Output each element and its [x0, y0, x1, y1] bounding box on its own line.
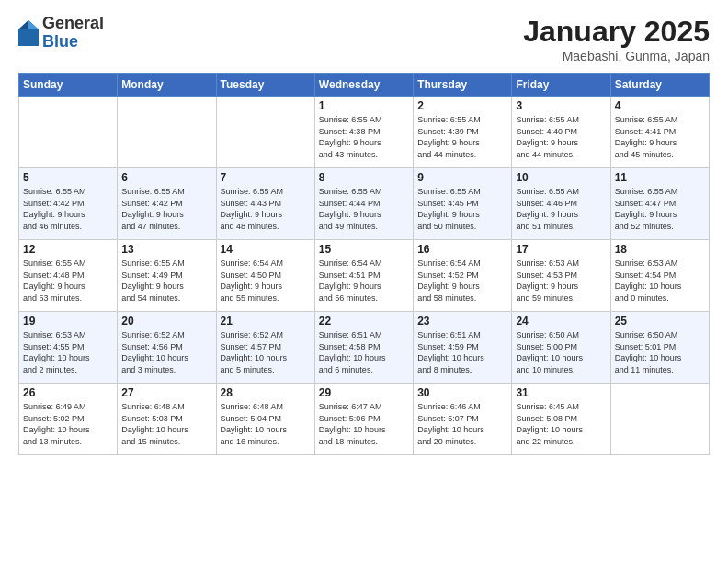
table-row: 18Sunrise: 6:53 AM Sunset: 4:54 PM Dayli… — [610, 240, 709, 312]
table-row — [19, 97, 118, 168]
table-row — [118, 97, 216, 168]
logo-text: General Blue — [42, 15, 104, 52]
day-info: Sunrise: 6:55 AM Sunset: 4:42 PM Dayligh… — [121, 186, 211, 232]
table-row: 26Sunrise: 6:49 AM Sunset: 5:02 PM Dayli… — [19, 384, 118, 455]
col-tuesday: Tuesday — [216, 74, 314, 97]
logo-icon — [18, 20, 39, 46]
table-row: 8Sunrise: 6:55 AM Sunset: 4:44 PM Daylig… — [314, 168, 413, 240]
day-info: Sunrise: 6:55 AM Sunset: 4:47 PM Dayligh… — [615, 186, 705, 232]
col-friday: Friday — [512, 74, 610, 97]
day-number: 12 — [23, 243, 113, 256]
title-block: January 2025 Maebashi, Gunma, Japan — [523, 15, 710, 63]
table-row: 1Sunrise: 6:55 AM Sunset: 4:38 PM Daylig… — [314, 97, 413, 168]
day-number: 22 — [319, 315, 409, 327]
day-number: 24 — [516, 315, 606, 327]
day-number: 19 — [23, 315, 113, 327]
day-number: 13 — [121, 243, 211, 256]
svg-marker-2 — [18, 20, 28, 29]
day-number: 26 — [23, 386, 113, 399]
table-row — [216, 97, 314, 168]
table-row: 12Sunrise: 6:55 AM Sunset: 4:48 PM Dayli… — [19, 240, 118, 312]
table-row: 13Sunrise: 6:55 AM Sunset: 4:49 PM Dayli… — [118, 240, 216, 312]
day-info: Sunrise: 6:45 AM Sunset: 5:08 PM Dayligh… — [516, 401, 606, 447]
calendar-week-row: 1Sunrise: 6:55 AM Sunset: 4:38 PM Daylig… — [19, 97, 710, 168]
day-info: Sunrise: 6:53 AM Sunset: 4:54 PM Dayligh… — [615, 258, 705, 304]
day-number: 27 — [121, 386, 211, 399]
day-number: 2 — [417, 99, 507, 112]
day-number: 18 — [615, 243, 705, 256]
table-row: 10Sunrise: 6:55 AM Sunset: 4:46 PM Dayli… — [512, 168, 610, 240]
day-info: Sunrise: 6:54 AM Sunset: 4:50 PM Dayligh… — [221, 258, 311, 304]
table-row: 31Sunrise: 6:45 AM Sunset: 5:08 PM Dayli… — [512, 384, 610, 455]
day-info: Sunrise: 6:55 AM Sunset: 4:41 PM Dayligh… — [615, 114, 705, 160]
day-info: Sunrise: 6:55 AM Sunset: 4:42 PM Dayligh… — [23, 186, 113, 232]
day-info: Sunrise: 6:54 AM Sunset: 4:51 PM Dayligh… — [319, 258, 409, 304]
day-number: 10 — [516, 171, 606, 184]
day-info: Sunrise: 6:50 AM Sunset: 5:01 PM Dayligh… — [615, 329, 705, 375]
table-row: 28Sunrise: 6:48 AM Sunset: 5:04 PM Dayli… — [216, 384, 314, 455]
day-info: Sunrise: 6:55 AM Sunset: 4:43 PM Dayligh… — [221, 186, 311, 232]
day-info: Sunrise: 6:48 AM Sunset: 5:03 PM Dayligh… — [121, 401, 211, 447]
day-number: 7 — [221, 171, 311, 184]
calendar-header-row: Sunday Monday Tuesday Wednesday Thursday… — [19, 74, 710, 97]
day-number: 6 — [121, 171, 211, 184]
col-monday: Monday — [118, 74, 216, 97]
day-number: 20 — [121, 315, 211, 327]
day-info: Sunrise: 6:52 AM Sunset: 4:56 PM Dayligh… — [121, 329, 211, 375]
day-info: Sunrise: 6:47 AM Sunset: 5:06 PM Dayligh… — [319, 401, 409, 447]
day-info: Sunrise: 6:55 AM Sunset: 4:40 PM Dayligh… — [516, 114, 606, 160]
logo-blue-text: Blue — [42, 33, 104, 52]
col-wednesday: Wednesday — [314, 74, 413, 97]
calendar-week-row: 12Sunrise: 6:55 AM Sunset: 4:48 PM Dayli… — [19, 240, 710, 312]
day-number: 15 — [319, 243, 409, 256]
day-info: Sunrise: 6:55 AM Sunset: 4:46 PM Dayligh… — [516, 186, 606, 232]
col-saturday: Saturday — [610, 74, 709, 97]
day-info: Sunrise: 6:53 AM Sunset: 4:55 PM Dayligh… — [23, 329, 113, 375]
day-number: 16 — [417, 243, 507, 256]
table-row: 5Sunrise: 6:55 AM Sunset: 4:42 PM Daylig… — [19, 168, 118, 240]
logo-general-text: General — [42, 15, 104, 33]
day-info: Sunrise: 6:55 AM Sunset: 4:44 PM Dayligh… — [319, 186, 409, 232]
table-row: 15Sunrise: 6:54 AM Sunset: 4:51 PM Dayli… — [314, 240, 413, 312]
day-info: Sunrise: 6:51 AM Sunset: 4:59 PM Dayligh… — [417, 329, 507, 375]
table-row: 2Sunrise: 6:55 AM Sunset: 4:39 PM Daylig… — [414, 97, 512, 168]
day-info: Sunrise: 6:53 AM Sunset: 4:53 PM Dayligh… — [516, 258, 606, 304]
day-number: 3 — [516, 99, 606, 112]
day-info: Sunrise: 6:52 AM Sunset: 4:57 PM Dayligh… — [221, 329, 311, 375]
day-info: Sunrise: 6:55 AM Sunset: 4:49 PM Dayligh… — [121, 258, 211, 304]
table-row: 4Sunrise: 6:55 AM Sunset: 4:41 PM Daylig… — [610, 97, 709, 168]
table-row: 6Sunrise: 6:55 AM Sunset: 4:42 PM Daylig… — [118, 168, 216, 240]
day-number: 11 — [615, 171, 705, 184]
day-number: 28 — [221, 386, 311, 399]
day-number: 5 — [23, 171, 113, 184]
day-number: 25 — [615, 315, 705, 327]
day-number: 8 — [319, 171, 409, 184]
table-row: 14Sunrise: 6:54 AM Sunset: 4:50 PM Dayli… — [216, 240, 314, 312]
day-info: Sunrise: 6:50 AM Sunset: 5:00 PM Dayligh… — [516, 329, 606, 375]
day-info: Sunrise: 6:49 AM Sunset: 5:02 PM Dayligh… — [23, 401, 113, 447]
day-info: Sunrise: 6:55 AM Sunset: 4:48 PM Dayligh… — [23, 258, 113, 304]
table-row: 29Sunrise: 6:47 AM Sunset: 5:06 PM Dayli… — [314, 384, 413, 455]
day-info: Sunrise: 6:46 AM Sunset: 5:07 PM Dayligh… — [417, 401, 507, 447]
day-number: 30 — [417, 386, 507, 399]
calendar-table: Sunday Monday Tuesday Wednesday Thursday… — [18, 73, 710, 455]
day-info: Sunrise: 6:55 AM Sunset: 4:39 PM Dayligh… — [417, 114, 507, 160]
day-number: 23 — [417, 315, 507, 327]
table-row — [610, 384, 709, 455]
table-row: 17Sunrise: 6:53 AM Sunset: 4:53 PM Dayli… — [512, 240, 610, 312]
day-number: 14 — [221, 243, 311, 256]
table-row: 24Sunrise: 6:50 AM Sunset: 5:00 PM Dayli… — [512, 312, 610, 384]
day-number: 1 — [319, 99, 409, 112]
table-row: 21Sunrise: 6:52 AM Sunset: 4:57 PM Dayli… — [216, 312, 314, 384]
calendar-week-row: 19Sunrise: 6:53 AM Sunset: 4:55 PM Dayli… — [19, 312, 710, 384]
day-info: Sunrise: 6:48 AM Sunset: 5:04 PM Dayligh… — [221, 401, 311, 447]
table-row: 16Sunrise: 6:54 AM Sunset: 4:52 PM Dayli… — [414, 240, 512, 312]
col-sunday: Sunday — [19, 74, 118, 97]
header: General Blue January 2025 Maebashi, Gunm… — [18, 15, 710, 63]
table-row: 11Sunrise: 6:55 AM Sunset: 4:47 PM Dayli… — [610, 168, 709, 240]
svg-marker-1 — [28, 20, 39, 29]
day-number: 29 — [319, 386, 409, 399]
table-row: 27Sunrise: 6:48 AM Sunset: 5:03 PM Dayli… — [118, 384, 216, 455]
table-row: 23Sunrise: 6:51 AM Sunset: 4:59 PM Dayli… — [414, 312, 512, 384]
day-number: 31 — [516, 386, 606, 399]
